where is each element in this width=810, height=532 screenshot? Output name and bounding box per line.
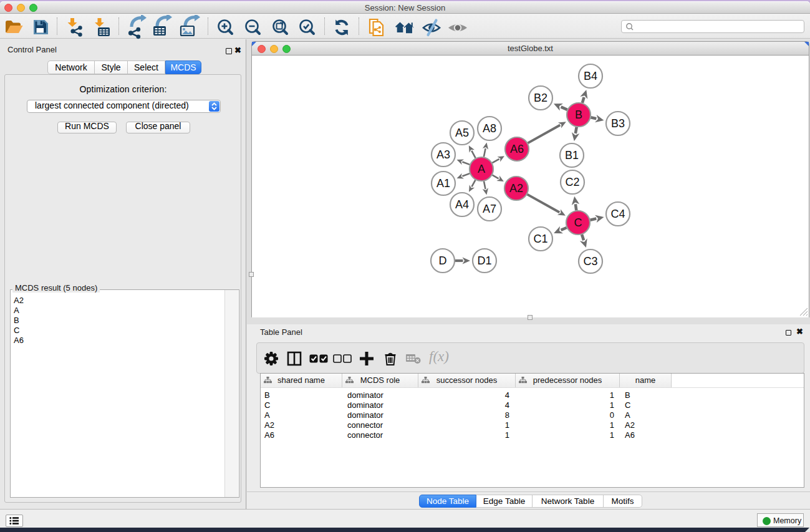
svg-text:D: D	[439, 254, 447, 267]
svg-text:C2: C2	[565, 176, 579, 188]
svg-text:C: C	[574, 216, 582, 229]
svg-text:A5: A5	[455, 127, 469, 139]
svg-text:A2: A2	[509, 182, 523, 195]
svg-text:B2: B2	[534, 92, 547, 104]
svg-text:C4: C4	[610, 208, 625, 220]
svg-text:A3: A3	[436, 148, 450, 161]
svg-text:C3: C3	[583, 255, 597, 268]
svg-text:B4: B4	[584, 70, 597, 82]
svg-text:B1: B1	[565, 149, 579, 162]
svg-text:A1: A1	[436, 177, 450, 190]
svg-text:D1: D1	[477, 254, 491, 267]
svg-text:A6: A6	[510, 143, 524, 155]
svg-text:A7: A7	[483, 203, 496, 215]
svg-text:B3: B3	[611, 117, 625, 130]
svg-text:A8: A8	[483, 122, 496, 135]
svg-text:C1: C1	[533, 233, 547, 245]
svg-text:A: A	[478, 163, 485, 175]
svg-text:B: B	[575, 109, 582, 121]
svg-text:A4: A4	[455, 198, 469, 211]
